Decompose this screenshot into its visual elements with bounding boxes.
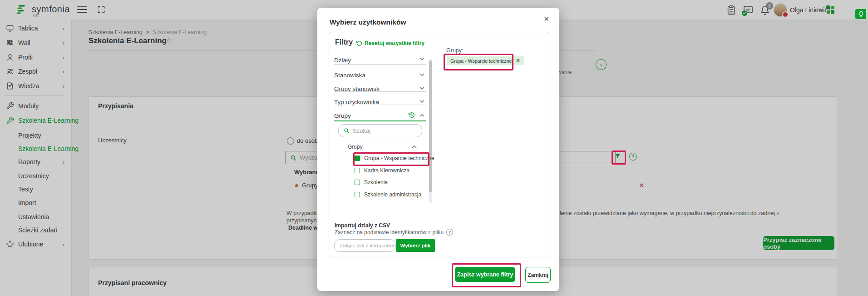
checkbox-empty-icon[interactable] [355,192,360,197]
collapse-chevron-icon[interactable] [412,145,417,148]
filter-row-grupy-active[interactable]: Grupy [334,111,426,120]
choose-file-button[interactable]: Wybierz plik [396,239,435,252]
tree-group-label: Grupy [348,144,363,150]
chevron-up-icon [419,114,424,117]
selected-groups-label: Grupy: [446,47,464,54]
checkbox-empty-icon[interactable] [355,168,360,173]
group-search-input[interactable]: Szukaj [338,124,422,137]
chip-close-icon[interactable]: ✕ [516,58,520,64]
lightbulb-icon [858,11,864,18]
import-csv-subtitle: Zaznacz na podstawie identyfikatorów z p… [335,229,453,236]
history-reset-icon[interactable] [409,112,415,118]
option-kadra-kierownicza[interactable]: Kadra Kierownicza [355,167,409,174]
checkbox-checked-icon[interactable] [355,156,360,161]
help-bulb-button[interactable] [855,9,866,19]
chevron-down-icon [419,57,424,60]
active-filter-underline [334,120,426,121]
filters-panel: Filtry Resetuj wszystkie filtry Działy S… [329,32,549,257]
chevron-down-icon [419,100,424,103]
group-search-placeholder: Szukaj [353,127,370,134]
save-filters-button[interactable]: Zapisz wybrane filtry [455,267,515,282]
file-attach-input[interactable]: Załącz plik z komputera... [334,239,396,252]
search-icon [344,128,350,134]
checkbox-empty-icon[interactable] [355,180,360,185]
filters-scrollbar[interactable] [429,59,432,203]
reset-filters-link[interactable]: Resetuj wszystkie filtry [356,40,424,46]
scrollbar-thumb[interactable] [429,60,432,192]
close-modal-button[interactable]: Zamknij [525,267,551,283]
filter-row-dzialy[interactable]: Działy [334,56,426,64]
import-csv-title: Importuj działy z CSV [335,222,390,229]
file-attach-placeholder: Załącz plik z komputera... [340,243,395,248]
chevron-down-icon [419,87,424,90]
modal-title: Wybierz użytkowników [330,18,406,26]
filters-heading: Filtry [335,38,353,46]
selected-group-chip: Grupa - Wsparcie techniczne ✕ [447,56,524,65]
modal-close-icon[interactable]: ✕ [543,15,549,23]
modal-wybierz-uzytkownikow: Wybierz użytkowników ✕ Filtry Resetuj ws… [317,8,559,291]
option-grupa-wsparcie-techniczne[interactable]: Grupa - Wsparcie techniczne [355,155,434,161]
option-szkolenie-administracja[interactable]: Szkolenie administracja [355,191,421,198]
reset-icon [356,40,362,46]
chevron-down-icon [419,73,424,76]
info-icon[interactable]: ? [446,229,453,236]
option-szkolenia[interactable]: Szkolenia [355,179,388,186]
